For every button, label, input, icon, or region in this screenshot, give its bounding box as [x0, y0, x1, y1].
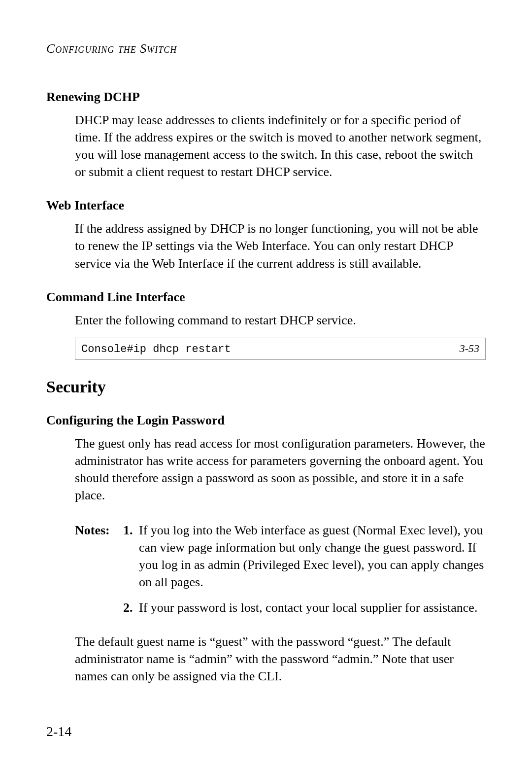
notes-label-spacer [75, 599, 123, 616]
body-text-security-defaults: The default guest name is “guest” with t… [75, 633, 486, 685]
note-text-1: If you log into the Web interface as gue… [139, 522, 486, 591]
notes-block: Notes: 1. If you log into the Web interf… [75, 522, 486, 616]
body-text-cli-intro: Enter the following command to restart D… [75, 312, 486, 329]
code-box: Console#ip dhcp restart 3-53 [75, 338, 486, 360]
page-number: 2-14 [46, 724, 71, 739]
body-text-renewing-dhcp: DHCP may lease addresses to clients inde… [75, 111, 486, 180]
cli-command: Console#ip dhcp restart [81, 343, 231, 355]
cli-reference: 3-53 [460, 342, 479, 355]
note-num-1: 1. [123, 522, 139, 591]
section-title-security: Security [46, 378, 486, 396]
body-text-web-interface: If the address assigned by DHCP is no lo… [75, 220, 486, 272]
subsection-title-cli: Command Line Interface [46, 290, 486, 305]
note-num-2: 2. [123, 599, 139, 616]
note-row-1: Notes: 1. If you log into the Web interf… [75, 522, 486, 591]
subsection-title-config-login-password: Configuring the Login Password [46, 413, 486, 428]
note-text-2: If your password is lost, contact your l… [139, 599, 486, 616]
body-text-security-intro: The guest only has read access for most … [75, 435, 486, 504]
notes-label: Notes: [75, 522, 123, 591]
note-row-2: 2. If your password is lost, contact you… [75, 599, 486, 616]
subsection-title-web-interface: Web Interface [46, 198, 486, 213]
running-head: Configuring the Switch [46, 41, 486, 56]
subsection-title-renewing-dhcp: Renewing DCHP [46, 90, 486, 105]
